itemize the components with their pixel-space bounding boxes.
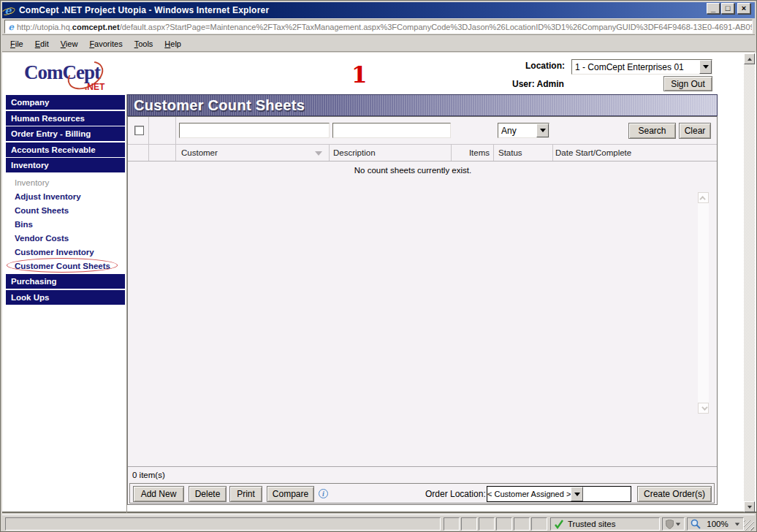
- security-zone-pane[interactable]: Trusted sites: [550, 517, 660, 531]
- column-divider: [148, 117, 149, 144]
- menu-help[interactable]: Help: [159, 37, 187, 50]
- status-pane: [461, 517, 477, 531]
- scroll-up-icon[interactable]: [744, 53, 755, 64]
- status-pane: [514, 517, 530, 531]
- menu-favorites[interactable]: Favorites: [83, 37, 128, 50]
- sidebar-subitem-bins[interactable]: Bins: [6, 218, 125, 232]
- location-select-arrow-icon[interactable]: [699, 60, 712, 74]
- empty-list-message: No count sheets currently exist.: [128, 166, 698, 175]
- column-divider: [175, 145, 176, 161]
- sign-out-button[interactable]: Sign Out: [663, 76, 712, 91]
- select-all-checkbox[interactable]: [134, 126, 144, 135]
- ie-icon: e: [2, 4, 14, 16]
- filter-row: Any Search Clear: [128, 117, 717, 145]
- zoom-dropdown-icon[interactable]: [735, 522, 739, 525]
- sidebar-item-look-ups[interactable]: Look Ups: [6, 290, 125, 305]
- column-divider: [552, 145, 553, 161]
- address-bar: e http://utopia.hq.comcept.net/default.a…: [2, 18, 755, 35]
- delete-button[interactable]: Delete: [189, 486, 227, 502]
- url-domain: comcept.net: [72, 23, 120, 31]
- page-title: Customer Count Sheets: [134, 97, 305, 114]
- column-divider: [148, 145, 149, 161]
- minimize-button[interactable]: _: [707, 3, 720, 14]
- status-pane: [444, 517, 460, 531]
- title-bar: e ComCept .NET Project Utopia - Windows …: [2, 2, 755, 18]
- sidebar-item-purchasing[interactable]: Purchasing: [6, 274, 125, 289]
- description-filter-input[interactable]: [332, 123, 451, 138]
- resize-grip[interactable]: [744, 520, 754, 531]
- browser-scrollbar[interactable]: [744, 53, 755, 512]
- sidebar-item-company[interactable]: Company: [6, 95, 125, 110]
- url-prefix: http://utopia.hq.: [17, 23, 72, 31]
- list-scrollbar[interactable]: [698, 192, 709, 414]
- sidebar-subitem-count-sheets[interactable]: Count Sheets: [6, 204, 125, 218]
- info-icon[interactable]: i: [319, 489, 328, 498]
- create-orders-button[interactable]: Create Order(s): [637, 486, 712, 502]
- search-button[interactable]: Search: [628, 123, 676, 139]
- page-title-banner: Customer Count Sheets: [127, 94, 718, 116]
- column-header-customer[interactable]: Customer: [181, 148, 218, 157]
- status-bar: Trusted sites 100%: [2, 514, 755, 531]
- customer-filter-input[interactable]: [179, 123, 330, 138]
- order-location-label: Order Location:: [425, 489, 486, 499]
- zoom-level: 100%: [707, 520, 728, 528]
- order-location-value: < Customer Assigned >: [487, 490, 571, 498]
- protected-mode-pane[interactable]: [662, 517, 685, 531]
- count-sheets-panel: Any Search Clear Customer Description It…: [127, 116, 718, 505]
- sidebar-item-inventory[interactable]: Inventory: [6, 158, 125, 172]
- sidebar-item-order-entry-billing[interactable]: Order Entry - Billing: [6, 126, 125, 141]
- zoom-pane[interactable]: 100%: [687, 517, 744, 531]
- column-header-status[interactable]: Status: [498, 148, 522, 157]
- red-circle-annotation: [7, 258, 118, 273]
- menu-edit[interactable]: Edit: [29, 37, 55, 50]
- item-count: 0 item(s): [132, 471, 165, 479]
- trusted-sites-label: Trusted sites: [568, 520, 615, 528]
- shield-icon: [666, 520, 674, 529]
- status-pane: [531, 517, 547, 531]
- address-input[interactable]: e http://utopia.hq.comcept.net/default.a…: [4, 20, 753, 34]
- order-location-select[interactable]: < Customer Assigned >: [487, 486, 631, 502]
- location-label: Location:: [525, 61, 565, 71]
- zone-dropdown-icon[interactable]: [676, 522, 680, 525]
- sort-descending-icon[interactable]: [315, 151, 322, 156]
- maximize-button[interactable]: □: [721, 3, 734, 14]
- zoom-magnifier-icon: [691, 519, 701, 529]
- status-message-pane: [5, 517, 441, 531]
- add-new-button[interactable]: Add New: [133, 486, 184, 502]
- print-button[interactable]: Print: [229, 486, 262, 502]
- scroll-down-icon[interactable]: [744, 501, 755, 512]
- column-divider: [175, 117, 176, 144]
- window-title: ComCept .NET Project Utopia - Windows In…: [19, 5, 269, 15]
- column-header-description[interactable]: Description: [333, 148, 376, 157]
- column-header-date[interactable]: Date Start/Complete: [555, 148, 631, 157]
- location-select[interactable]: 1 - ComCept Enterprises 01: [571, 59, 712, 75]
- green-check-icon: [554, 520, 564, 529]
- status-filter-select[interactable]: Any: [498, 123, 549, 138]
- page-icon: e: [5, 22, 17, 32]
- compare-button[interactable]: Compare: [267, 486, 314, 502]
- status-filter-arrow-icon[interactable]: [536, 123, 549, 137]
- page-viewport: ComCept .NET 1 Location: 1 - ComCept Ent…: [2, 53, 756, 513]
- logo-net-label: .NET: [85, 82, 104, 92]
- list-scroll-down-icon[interactable]: [698, 403, 709, 414]
- url-path: /default.aspx?StartPage=Maintenance%2FTa…: [120, 23, 753, 31]
- column-divider: [493, 145, 494, 161]
- status-filter-value: Any: [498, 126, 536, 136]
- sidebar-item-human-resources[interactable]: Human Resources: [6, 111, 125, 126]
- sidebar-subitem-inventory: Inventory: [6, 176, 125, 190]
- menu-tools[interactable]: Tools: [129, 37, 159, 50]
- menu-view[interactable]: View: [55, 37, 84, 50]
- status-pane: [496, 517, 512, 531]
- list-scroll-up-icon[interactable]: [698, 192, 709, 203]
- sidebar-subitem-vendor-costs[interactable]: Vendor Costs: [6, 232, 125, 246]
- sidebar-item-accounts-receivable[interactable]: Accounts Receivable: [6, 142, 125, 157]
- browser-window: e ComCept .NET Project Utopia - Windows …: [0, 0, 757, 532]
- sidebar-subitem-adjust-inventory[interactable]: Adjust Inventory: [6, 190, 125, 204]
- clear-button[interactable]: Clear: [679, 123, 711, 139]
- status-pane: [479, 517, 495, 531]
- column-header-items[interactable]: Items: [451, 148, 490, 157]
- close-button[interactable]: ×: [737, 3, 750, 14]
- menu-file[interactable]: File: [4, 37, 29, 50]
- order-location-arrow-icon[interactable]: [571, 487, 583, 501]
- item-count-row: 0 item(s): [128, 466, 717, 482]
